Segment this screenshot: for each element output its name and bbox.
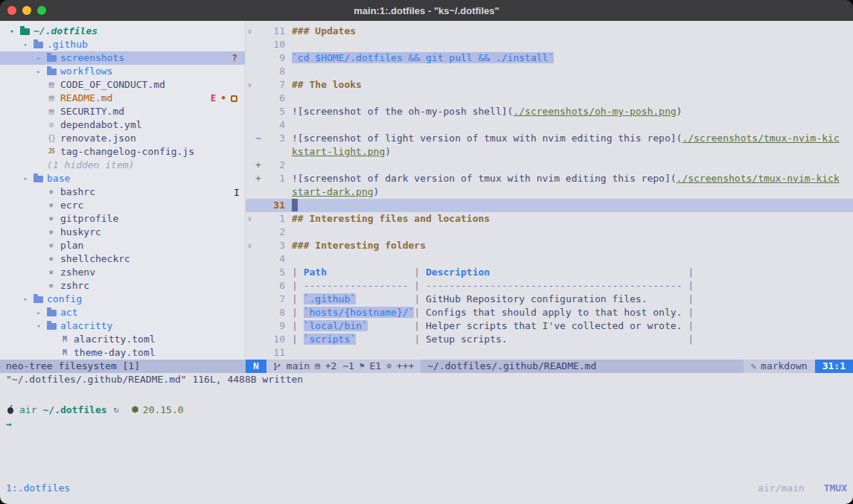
line-number: 9 [263,319,285,333]
editor-line[interactable]: +2 [246,159,853,172]
fold-column [246,293,254,306]
fold-open-icon[interactable]: ∨ [246,239,254,252]
markdown-file-icon: ▤ [45,78,58,92]
tree-item-file[interactable]: ⊙dependabot.yml [0,118,245,132]
text-segment: `local/bin` [304,320,368,331]
tree-item-file[interactable]: {}renovate.json [0,132,245,145]
tree-item-folder[interactable]: ▾~/.dotfiles [0,25,245,38]
editor-line[interactable]: 4 [246,118,853,132]
editor-line[interactable]: 9`cd $HOME/.dotfiles && git pull && ./in… [246,51,853,65]
editor-line[interactable]: start-dark.png) [246,185,853,199]
editor-line[interactable]: 8| `hosts/{hostname}/`| Configs that sho… [246,306,853,319]
fullscreen-button[interactable] [37,6,46,15]
tree-item-label: base [47,172,70,185]
editor-line[interactable]: 2 [246,226,853,239]
tree-item-file[interactable]: ∗ecrc [0,199,245,212]
shell-file-icon: ∗ [45,185,58,199]
editor-line[interactable]: 11 [246,346,853,360]
editor-pane[interactable]: ∨11### Updates109`cd $HOME/.dotfiles && … [246,21,853,360]
tree-item-file[interactable]: ∗shellcheckrc [0,252,245,266]
fold-open-icon[interactable]: ∨ [246,212,254,226]
editor-line[interactable]: ∨1## Interesting files and locations [246,212,853,226]
tree-item-folder[interactable]: ▸workflows [0,65,245,78]
tree-item-file[interactable]: ∗huskyrc [0,226,245,239]
editor-line[interactable]: ∨7## The looks [246,78,853,92]
chevron-down-icon[interactable]: ▾ [19,293,31,306]
chevron-right-icon[interactable]: ▸ [33,51,45,65]
shell-pane[interactable]: air ~/.dotfiles ↻ 20.15.0 → [0,386,853,482]
neotree-statusline: neo-tree filesystem [1] [0,360,246,373]
text-segment: Configs that should apply to that host o… [426,307,682,318]
node-icon [131,405,139,414]
refresh-icon: ↻ [114,404,119,415]
tree-item-folder[interactable]: ▾base [0,172,245,185]
editor-line[interactable]: 6 [246,92,853,105]
node-version: 20.15.0 [143,404,184,415]
tree-item-file[interactable]: ▤SECURITY.md [0,105,245,118]
tree-item-file[interactable]: Mtheme-day.toml [0,346,245,360]
editor-line[interactable]: 5![screenshot of the oh-my-posh shell](.… [246,105,853,118]
tree-item-file[interactable]: ∗zshenv [0,266,245,279]
statusline-row: neo-tree filesystem [1] N main ▤ +2 ~1 ⚑… [0,360,853,373]
editor-line[interactable]: 5| Path | Description | [246,266,853,279]
fold-open-icon[interactable]: ∨ [246,25,254,38]
tree-item-folder[interactable]: ▸act [0,306,245,319]
fold-column [246,172,254,185]
fold-open-icon[interactable]: ∨ [246,78,254,92]
shell-input-line[interactable]: → [6,418,853,431]
tree-item-file[interactable]: ▤CODE_OF_CONDUCT.md [0,78,245,92]
editor-line[interactable]: 6| ------------------ | ----------------… [246,279,853,293]
shell-file-icon: ∗ [45,212,58,226]
tree-item-file[interactable]: ▤README.mdE• [0,92,245,105]
tree-item-file[interactable]: Malacritty.toml [0,333,245,346]
text-segment: `hosts/{hostname}/` [304,307,415,318]
editor-line[interactable]: 4 [246,252,853,266]
editor-line[interactable]: ∨11### Updates [246,25,853,38]
editor-line[interactable]: kstart-light.png) [246,145,853,159]
minimize-button[interactable] [22,6,31,15]
chevron-down-icon[interactable]: ▾ [19,172,31,185]
chevron-down-icon[interactable]: ▾ [33,319,45,333]
unstaged-badge [231,95,237,102]
line-number: 11 [263,25,285,38]
terminal-content: ▾~/.dotfiles▾.github▸screenshots?▸workfl… [0,21,853,504]
fold-column [246,226,254,239]
text-segment [356,334,408,345]
tree-item-file[interactable]: ∗bashrc [0,185,245,199]
text-segment: | [409,334,426,345]
chevron-right-icon[interactable]: ▸ [33,65,45,78]
chevron-down-icon[interactable]: ▾ [19,38,31,51]
tree-item-folder[interactable]: ▾config [0,293,245,306]
line-text: | `.github` | GitHub Repository configur… [292,293,853,306]
editor-line[interactable]: ~3![screenshot of light version of tmux … [246,132,853,145]
close-button[interactable] [7,6,16,15]
tree-item-folder[interactable]: ▾.github [0,38,245,51]
tree-item-label: bashrc [60,185,95,199]
editor-line[interactable]: 7| `.github` | GitHub Repository configu… [246,293,853,306]
text-segment: ) [677,106,683,117]
chevron-right-icon[interactable]: ▸ [33,306,45,319]
tree-item-file[interactable]: ∗plan [0,239,245,252]
tree-item-folder[interactable]: ▸screenshots? [0,51,245,65]
tree-item-file[interactable]: ∗gitprofile [0,212,245,226]
editor-line[interactable]: ∨3### Interesting folders [246,239,853,252]
tree-item-file[interactable]: (1 hidden item) [0,159,245,172]
sign-column [254,51,263,65]
tree-item-folder[interactable]: ▾alacritty [0,319,245,333]
line-number [263,145,285,159]
line-number: 5 [263,266,285,279]
tree-item-file[interactable]: ∗zshrc [0,279,245,293]
editor-line[interactable]: 31 [246,199,853,212]
chevron-down-icon[interactable]: ▾ [6,25,18,38]
line-text [292,252,853,266]
editor-line[interactable]: 9| `local/bin` | Helper scripts that I'v… [246,319,853,333]
editor-line[interactable]: +1![screenshot of dark version of tmux w… [246,172,853,185]
git-branch-label: main [287,360,310,373]
tree-item-file[interactable]: JStag-changelog-config.js [0,145,245,159]
line-number: 10 [263,333,285,346]
editor-line[interactable]: 8 [246,65,853,78]
editor-line[interactable]: 10 [246,38,853,51]
text-segment: | [409,320,426,331]
tmux-window-tab[interactable]: 1:.dotfiles [6,482,70,495]
editor-line[interactable]: 10| `scripts` | Setup scripts. | [246,333,853,346]
